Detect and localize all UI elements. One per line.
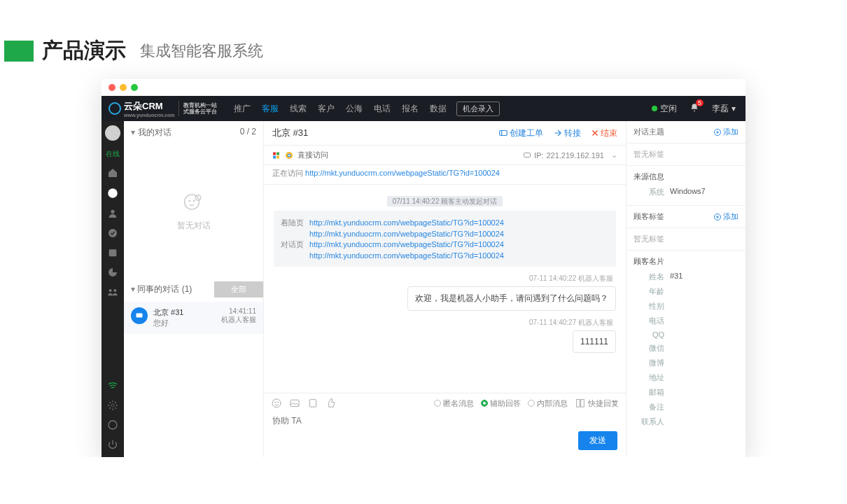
bot-message-2: 111111	[573, 330, 616, 353]
conversation-list: ▾我的对话 0 / 2 暂无对话 ▾ 同事的对话 (1) 全部 北京 #31 您…	[124, 121, 264, 457]
brand-logo[interactable]: 云朵CRM www.yunduocrm.com 教育机构一站式服务云平台	[102, 100, 224, 118]
tags-title: 顾客标签	[634, 211, 664, 222]
svg-rect-25	[290, 400, 299, 406]
thumbs-up-icon[interactable]	[326, 398, 337, 409]
talk-url-2[interactable]: http://mkt.yunduocrm.com/webpageStatic/T…	[309, 251, 504, 260]
end-button[interactable]: 结束	[591, 127, 617, 139]
agent-status[interactable]: 空闲	[652, 103, 677, 115]
composer: 匿名消息 辅助回答 内部消息 快捷回复 发送	[264, 393, 626, 457]
nav-customers[interactable]: 客户	[318, 103, 335, 115]
filter-all-button[interactable]: 全部	[214, 281, 263, 298]
chevron-down-icon: ▾	[732, 104, 736, 113]
windows-icon	[272, 151, 281, 160]
svg-point-7	[108, 421, 117, 429]
wifi-icon[interactable]	[107, 380, 118, 391]
assist-radio[interactable]: 辅助回答	[481, 398, 521, 409]
svg-point-4	[108, 229, 117, 237]
calendar-icon[interactable]	[107, 247, 118, 258]
maximize-dot[interactable]	[131, 84, 138, 91]
nav-enroll[interactable]: 报名	[402, 103, 419, 115]
visit-source: 直接访问	[298, 150, 328, 160]
svg-rect-5	[109, 249, 117, 256]
notification-badge: 5	[696, 99, 704, 106]
source-title: 来源信息	[626, 166, 746, 185]
msg-meta-1: 07-11 14:40:22 机器人客服	[276, 274, 613, 284]
check-icon[interactable]	[107, 227, 118, 239]
colleague-conversations-header[interactable]: ▾ 同事的对话 (1)	[131, 284, 192, 295]
ip-display: IP: 221.219.162.191 ⌄	[523, 150, 617, 160]
attachment-icon[interactable]	[307, 398, 318, 409]
image-icon[interactable]	[289, 398, 300, 409]
empty-state: 暂无对话	[124, 144, 263, 277]
nav-leads[interactable]: 线索	[290, 103, 307, 115]
svg-point-24	[277, 402, 278, 402]
svg-rect-14	[273, 152, 276, 155]
conv-agent: 机器人客服	[221, 315, 256, 325]
bot-message-1: 欢迎，我是机器人小助手，请问遇到了什么问题吗？	[407, 286, 616, 311]
create-ticket-button[interactable]: 创建工单	[498, 127, 543, 139]
add-tag-button[interactable]: 添加	[713, 211, 738, 222]
emoji-icon[interactable]	[271, 398, 282, 409]
my-conversations-header[interactable]: ▾我的对话	[131, 127, 172, 139]
slide-accent-bar	[4, 41, 34, 62]
svg-point-22	[272, 399, 281, 407]
conv-time: 14:41:11	[221, 307, 256, 315]
nav-promo[interactable]: 推广	[234, 103, 251, 115]
svg-point-20	[288, 154, 290, 156]
talk-url-1[interactable]: http://mkt.yunduocrm.com/webpageStatic/T…	[309, 240, 504, 248]
chat-title: 北京 #31	[272, 127, 308, 139]
close-icon	[591, 129, 599, 137]
add-topic-button[interactable]: 添加	[713, 127, 738, 137]
conversation-item[interactable]: 北京 #31 您好 14:41:11 机器人客服	[124, 302, 263, 334]
comment-icon[interactable]	[107, 419, 118, 430]
record-opportunity-button[interactable]: 机会录入	[456, 102, 500, 116]
close-dot[interactable]	[108, 84, 115, 91]
home-icon[interactable]	[107, 167, 118, 178]
chevron-down-icon[interactable]: ⌄	[611, 150, 617, 160]
conversation-count: 0 / 2	[240, 127, 256, 139]
nav-service[interactable]: 客服	[262, 103, 279, 115]
chat-scroll[interactable]: 07/11 14:40:22 顾客主动发起对话 着陆页 http://mkt.y…	[264, 185, 626, 393]
visiting-url[interactable]: http://mkt.yunduocrm.com/webpageStatic/T…	[305, 169, 500, 177]
svg-rect-12	[136, 314, 143, 318]
user-icon[interactable]	[107, 208, 118, 219]
monitor-icon	[131, 307, 148, 324]
side-panel: 对话主题 添加 暂无标签 来源信息 系统Windows7 顾客标签 添加 暂无标…	[626, 121, 746, 457]
nav-phone[interactable]: 电话	[374, 103, 391, 115]
online-label: 在线	[106, 149, 120, 159]
nav-data[interactable]: 数据	[430, 103, 447, 115]
nav-pool[interactable]: 公海	[346, 103, 363, 115]
svg-point-6	[111, 404, 114, 407]
message-input[interactable]	[272, 416, 617, 426]
msg-meta-2: 07-11 14:40:27 机器人客服	[276, 318, 613, 328]
brand-desc: 教育机构一站式服务云平台	[183, 102, 217, 115]
conv-preview: 您好	[153, 318, 216, 328]
team-icon[interactable]	[107, 286, 118, 298]
slide-subtitle: 集成智能客服系统	[140, 41, 263, 62]
chat-icon[interactable]	[106, 187, 119, 200]
svg-point-2	[112, 192, 113, 194]
svg-rect-27	[577, 400, 580, 407]
user-menu[interactable]: 李磊 ▾	[712, 103, 736, 115]
system-event: 07/11 14:40:22 顾客主动发起对话	[274, 196, 616, 206]
anon-radio[interactable]: 匿名消息	[434, 398, 474, 409]
landing-url-2[interactable]: http://mkt.yunduocrm.com/webpageStatic/T…	[309, 230, 504, 238]
power-icon[interactable]	[107, 439, 118, 450]
nav-items: 推广 客服 线索 客户 公海 电话 报名 数据	[234, 103, 447, 115]
transfer-button[interactable]: 转接	[553, 127, 581, 139]
piechart-icon[interactable]	[107, 267, 118, 278]
agent-avatar[interactable]	[105, 125, 120, 141]
chat-panel: 北京 #31 创建工单 转接 结束	[264, 121, 626, 457]
minimize-dot[interactable]	[120, 84, 127, 91]
window-titlebar	[102, 79, 746, 96]
gear-icon[interactable]	[107, 400, 118, 411]
svg-rect-16	[273, 155, 276, 158]
landing-url-1[interactable]: http://mkt.yunduocrm.com/webpageStatic/T…	[309, 218, 504, 227]
internal-radio[interactable]: 内部消息	[528, 398, 568, 409]
svg-rect-26	[309, 400, 316, 407]
notifications-icon[interactable]: 5	[690, 103, 699, 115]
quick-reply-button[interactable]: 快捷回复	[575, 398, 619, 409]
svg-point-8	[184, 195, 199, 209]
send-button[interactable]: 发送	[578, 431, 617, 450]
monitor-small-icon	[523, 151, 531, 160]
